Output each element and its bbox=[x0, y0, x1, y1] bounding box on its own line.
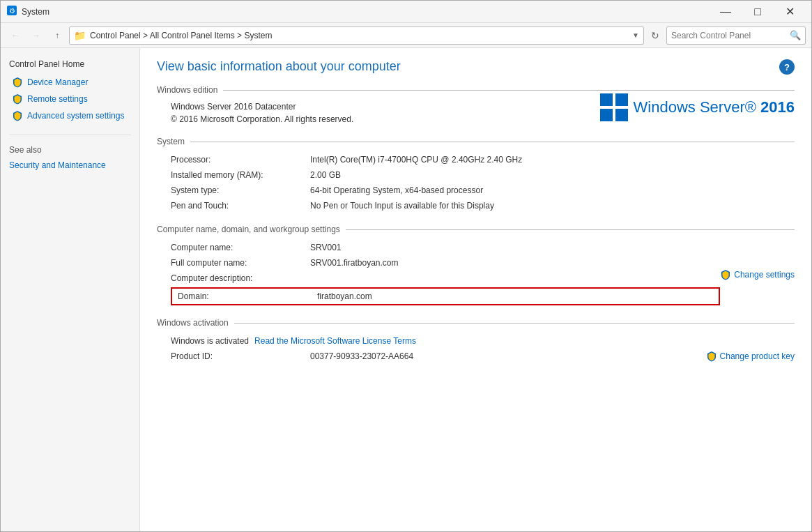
computer-name-divider bbox=[346, 229, 795, 230]
system-body: Processor: Intel(R) Core(TM) i7-4700HQ C… bbox=[157, 152, 795, 213]
sidebar-heading: Control Panel Home bbox=[9, 59, 131, 69]
svg-rect-4 bbox=[600, 109, 613, 121]
windows-edition-body: Windows Server 2016 Datacenter © 2016 Mi… bbox=[157, 100, 795, 126]
change-product-key-label: Change product key bbox=[720, 351, 795, 361]
maximize-button[interactable]: □ bbox=[742, 1, 774, 23]
computer-name-section: Computer name, domain, and workgroup set… bbox=[157, 225, 795, 307]
computer-name-label: Computer name: bbox=[171, 243, 310, 252]
sidebar-label-remote-settings[interactable]: Remote settings bbox=[27, 94, 88, 104]
see-also-label: See also bbox=[1, 142, 139, 158]
system-divider-line bbox=[190, 142, 795, 142]
sidebar-label-device-manager[interactable]: Device Manager bbox=[27, 77, 88, 87]
change-settings-label: Change settings bbox=[734, 270, 795, 280]
svg-text:⚙: ⚙ bbox=[9, 7, 15, 15]
product-id-label: Product ID: bbox=[171, 351, 310, 361]
main-content: Control Panel Home Device Manager bbox=[1, 48, 811, 531]
shield-change-settings-icon bbox=[720, 269, 731, 280]
sidebar-section-main: Control Panel Home Device Manager bbox=[1, 56, 139, 128]
domain-row: Domain: firatboyan.com bbox=[171, 287, 720, 305]
activation-section: Windows activation Windows is activated … bbox=[157, 318, 795, 364]
address-text: Control Panel > All Control Panel Items … bbox=[90, 31, 628, 40]
svg-rect-2 bbox=[600, 93, 613, 106]
computer-description-label: Computer description: bbox=[171, 273, 310, 283]
processor-label: Processor: bbox=[171, 155, 310, 165]
search-icon: 🔍 bbox=[790, 30, 801, 40]
computer-description-row: Computer description: bbox=[171, 271, 720, 286]
shield-icon-device-manager bbox=[12, 77, 23, 88]
activation-divider bbox=[234, 323, 795, 324]
change-settings-link[interactable]: Change settings bbox=[720, 269, 795, 280]
shield-product-key-icon bbox=[706, 351, 717, 362]
window-controls: — □ ✕ bbox=[710, 1, 806, 23]
activation-title: Windows activation bbox=[157, 318, 234, 328]
close-button[interactable]: ✕ bbox=[774, 1, 806, 23]
sidebar-item-advanced-settings[interactable]: Advanced system settings bbox=[9, 108, 131, 123]
shield-icon-advanced-settings bbox=[12, 110, 23, 121]
sidebar-item-device-manager[interactable]: Device Manager bbox=[9, 75, 131, 90]
system-type-label: System type: bbox=[171, 185, 310, 195]
svg-rect-3 bbox=[615, 93, 628, 106]
full-computer-name-row: Full computer name: SRV001.firatboyan.co… bbox=[171, 255, 720, 271]
title-bar-title: System bbox=[22, 7, 710, 17]
domain-value: firatboyan.com bbox=[317, 291, 713, 301]
full-computer-name-label: Full computer name: bbox=[171, 258, 310, 268]
sidebar-item-remote-settings[interactable]: Remote settings bbox=[9, 91, 131, 107]
title-bar: ⚙ System — □ ✕ bbox=[1, 1, 811, 23]
minimize-button[interactable]: — bbox=[710, 1, 742, 23]
system-section: System Processor: Intel(R) Core(TM) i7-4… bbox=[157, 137, 795, 213]
refresh-button[interactable]: ↻ bbox=[647, 26, 664, 45]
ram-value: 2.00 GB bbox=[310, 170, 795, 180]
folder-icon: 📁 bbox=[74, 30, 86, 41]
activation-status-row: Windows is activated Read the Microsoft … bbox=[171, 333, 795, 349]
system-title: System bbox=[157, 137, 190, 146]
page-title: View basic information about your comput… bbox=[157, 59, 401, 74]
change-product-key-link[interactable]: Change product key bbox=[706, 351, 795, 362]
svg-rect-5 bbox=[615, 109, 628, 121]
product-id-row: Product ID: 00377-90933-23072-AA664 Chan… bbox=[171, 349, 795, 364]
processor-value: Intel(R) Core(TM) i7-4700HQ CPU @ 2.40GH… bbox=[310, 155, 795, 165]
domain-label: Domain: bbox=[178, 291, 317, 301]
content-area: View basic information about your comput… bbox=[140, 48, 811, 531]
up-button[interactable]: ↑ bbox=[48, 26, 66, 45]
activation-body: Windows is activated Read the Microsoft … bbox=[157, 333, 795, 364]
sidebar-sub-item-security[interactable]: Security and Maintenance bbox=[1, 158, 139, 172]
computer-name-value: SRV001 bbox=[310, 243, 720, 252]
edition-name: Windows Server 2016 Datacenter bbox=[171, 100, 353, 113]
sidebar-label-advanced-settings[interactable]: Advanced system settings bbox=[27, 111, 124, 121]
product-id-info: Product ID: 00377-90933-23072-AA664 bbox=[171, 349, 413, 364]
license-link[interactable]: Read the Microsoft Software License Term… bbox=[254, 336, 416, 346]
edition-copyright: © 2016 Microsoft Corporation. All rights… bbox=[171, 113, 353, 126]
pen-touch-value: No Pen or Touch Input is available for t… bbox=[310, 201, 795, 211]
windows-edition-section: Windows edition Windows Server 2016 Data… bbox=[157, 85, 795, 126]
windows-server-logo: Windows Server® 2016 bbox=[600, 93, 795, 121]
title-bar-icon: ⚙ bbox=[6, 5, 17, 18]
pen-touch-label: Pen and Touch: bbox=[171, 201, 310, 211]
sidebar-divider bbox=[9, 135, 131, 135]
sidebar: Control Panel Home Device Manager bbox=[1, 48, 140, 531]
search-input[interactable] bbox=[671, 31, 790, 40]
system-type-value: 64-bit Operating System, x64-based proce… bbox=[310, 185, 795, 195]
activation-header: Windows activation bbox=[157, 318, 795, 328]
product-id-value: 00377-90933-23072-AA664 bbox=[310, 351, 413, 361]
nav-bar: ← → ↑ 📁 Control Panel > All Control Pane… bbox=[1, 23, 811, 48]
processor-row: Processor: Intel(R) Core(TM) i7-4700HQ C… bbox=[171, 152, 795, 167]
sidebar-label-security[interactable]: Security and Maintenance bbox=[9, 160, 106, 170]
address-bar[interactable]: 📁 Control Panel > All Control Panel Item… bbox=[69, 26, 644, 45]
pen-touch-row: Pen and Touch: No Pen or Touch Input is … bbox=[171, 198, 795, 213]
computer-name-settings-row: Computer name: SRV001 Full computer name… bbox=[171, 240, 795, 307]
windows-edition-title: Windows edition bbox=[157, 85, 223, 95]
computer-name-row: Computer name: SRV001 bbox=[171, 240, 720, 255]
forward-button[interactable]: → bbox=[27, 26, 45, 45]
full-computer-name-value: SRV001.firatboyan.com bbox=[310, 258, 720, 268]
ram-row: Installed memory (RAM): 2.00 GB bbox=[171, 167, 795, 183]
back-button[interactable]: ← bbox=[6, 26, 24, 45]
system-window: ⚙ System — □ ✕ ← → ↑ 📁 Control Panel > A… bbox=[0, 0, 812, 532]
windows-logo-icon bbox=[600, 93, 628, 121]
windows-server-logo-text: Windows Server® 2016 bbox=[634, 98, 795, 116]
computer-name-body: Computer name: SRV001 Full computer name… bbox=[157, 240, 795, 307]
search-box[interactable]: 🔍 bbox=[666, 26, 806, 45]
ram-label: Installed memory (RAM): bbox=[171, 170, 310, 180]
help-button[interactable]: ? bbox=[779, 59, 795, 75]
computer-name-header: Computer name, domain, and workgroup set… bbox=[157, 225, 795, 234]
system-header: System bbox=[157, 137, 795, 146]
